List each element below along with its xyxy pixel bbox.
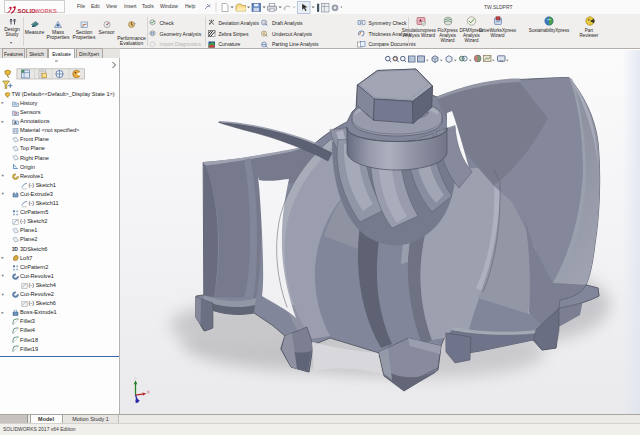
svg-text:3D: 3D — [12, 247, 19, 252]
